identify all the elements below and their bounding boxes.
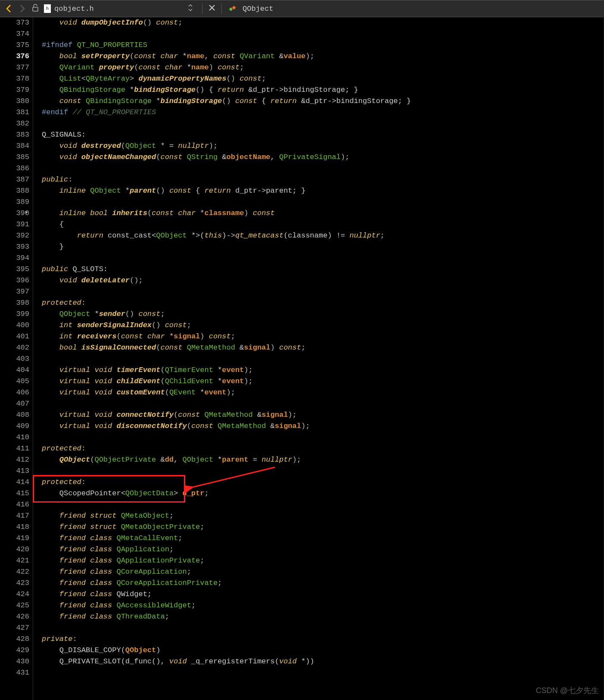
- line-number: 376: [0, 51, 29, 62]
- line-number: 424: [0, 589, 29, 600]
- toolbar: h qobject.h QObject: [0, 0, 604, 17]
- line-number: 406: [0, 387, 29, 398]
- code-line[interactable]: QObject *sender() const;: [42, 309, 411, 320]
- code-line[interactable]: friend class QApplicationPrivate;: [42, 555, 411, 566]
- code-line[interactable]: bool setProperty(const char *name, const…: [42, 51, 411, 62]
- code-line[interactable]: friend struct QMetaObjectPrivate;: [42, 522, 411, 533]
- code-editor[interactable]: 3733743753763773783793803813823833843853…: [0, 17, 604, 700]
- code-line[interactable]: friend class QMetaCallEvent;: [42, 533, 411, 544]
- code-line[interactable]: Q_DISABLE_COPY(QObject): [42, 645, 411, 656]
- code-line[interactable]: [42, 253, 411, 264]
- code-line[interactable]: virtual void customEvent(QEvent *event);: [42, 387, 411, 398]
- dropdown-icon: [188, 4, 193, 13]
- line-number: 391: [0, 219, 29, 230]
- code-line[interactable]: void destroyed(QObject * = nullptr);: [42, 141, 411, 152]
- code-line[interactable]: virtual void timerEvent(QTimerEvent *eve…: [42, 365, 411, 376]
- file-selector[interactable]: h qobject.h: [43, 2, 196, 15]
- code-line[interactable]: [42, 622, 411, 634]
- line-number: 394: [0, 253, 29, 264]
- line-number: 423: [0, 578, 29, 589]
- code-line[interactable]: void deleteLater();: [42, 275, 411, 286]
- nav-forward-button[interactable]: [17, 3, 28, 14]
- code-line[interactable]: virtual void connectNotify(const QMetaMe…: [42, 409, 411, 421]
- line-number: 379: [0, 84, 29, 96]
- chevron-right-icon: [19, 4, 25, 13]
- code-line[interactable]: [42, 118, 411, 129]
- line-number: 373: [0, 17, 29, 28]
- app-window: h qobject.h QObject 37337437537637737837…: [0, 0, 604, 700]
- code-line[interactable]: [42, 163, 411, 174]
- code-line[interactable]: [42, 353, 411, 365]
- header-file-icon: h: [44, 4, 51, 13]
- line-number: 399: [0, 309, 29, 320]
- svg-line-3: [193, 467, 275, 487]
- code-line[interactable]: friend class QAccessibleWidget;: [42, 600, 411, 611]
- code-line[interactable]: [42, 286, 411, 297]
- line-number: 411: [0, 443, 29, 454]
- code-line[interactable]: return const_cast<QObject *>(this)->qt_m…: [42, 230, 411, 241]
- code-line[interactable]: [42, 667, 411, 678]
- code-line[interactable]: #ifndef QT_NO_PROPERTIES: [42, 40, 411, 51]
- code-line[interactable]: int receivers(const char *signal) const;: [42, 331, 411, 342]
- line-number: 421: [0, 555, 29, 566]
- code-line[interactable]: #endif // QT_NO_PROPERTIES: [42, 107, 411, 118]
- code-line[interactable]: QVariant property(const char *name) cons…: [42, 62, 411, 73]
- code-line[interactable]: friend class QCoreApplicationPrivate;: [42, 578, 411, 589]
- code-line[interactable]: bool isSignalConnected(const QMetaMethod…: [42, 342, 411, 353]
- lock-icon[interactable]: [32, 4, 39, 14]
- line-number: 430: [0, 656, 29, 667]
- code-line[interactable]: inline bool inherits(const char *classna…: [42, 208, 411, 219]
- code-line[interactable]: {: [42, 219, 411, 230]
- code-line[interactable]: [42, 432, 411, 443]
- code-line[interactable]: Q_PRIVATE_SLOT(d_func(), void _q_reregis…: [42, 656, 411, 667]
- line-number: 407: [0, 398, 29, 409]
- code-line[interactable]: int senderSignalIndex() const;: [42, 320, 411, 331]
- line-number: 400: [0, 320, 29, 331]
- code-line[interactable]: Q_SIGNALS:: [42, 129, 411, 141]
- code-line[interactable]: [42, 398, 411, 409]
- code-line[interactable]: friend struct QMetaObject;: [42, 510, 411, 522]
- code-line[interactable]: private:: [42, 634, 411, 645]
- code-area[interactable]: void dumpObjectInfo() const;#ifndef QT_N…: [33, 17, 411, 700]
- code-line[interactable]: public Q_SLOTS:: [42, 264, 411, 275]
- code-line[interactable]: QObject(QObjectPrivate &dd, QObject *par…: [42, 454, 411, 466]
- line-number: 414: [0, 477, 29, 488]
- code-line[interactable]: virtual void childEvent(QChildEvent *eve…: [42, 376, 411, 387]
- code-line[interactable]: }: [42, 241, 411, 253]
- code-line[interactable]: void dumpObjectInfo() const;: [42, 17, 411, 28]
- code-line[interactable]: inline QObject *parent() const { return …: [42, 185, 411, 197]
- code-line[interactable]: const QBindingStorage *bindingStorage() …: [42, 96, 411, 107]
- code-line[interactable]: protected:: [42, 443, 411, 454]
- code-line[interactable]: protected:: [42, 297, 411, 309]
- close-button[interactable]: [209, 4, 215, 14]
- svg-rect-1: [229, 7, 233, 11]
- fold-toggle-icon[interactable]: ▼: [25, 210, 28, 215]
- code-line[interactable]: QList<QByteArray> dynamicPropertyNames()…: [42, 73, 411, 84]
- code-line[interactable]: friend class QWidget;: [42, 589, 411, 600]
- line-number: 417: [0, 510, 29, 522]
- highlight-annotation-box: [33, 475, 185, 503]
- code-line[interactable]: friend class QThreadData;: [42, 611, 411, 622]
- code-line[interactable]: [42, 28, 411, 40]
- code-line[interactable]: virtual void disconnectNotify(const QMet…: [42, 421, 411, 432]
- line-number: 398: [0, 297, 29, 309]
- code-line[interactable]: [42, 197, 411, 208]
- line-number: 393: [0, 241, 29, 253]
- line-gutter: 3733743753763773783793803813823833843853…: [0, 17, 33, 700]
- nav-back-button[interactable]: [3, 3, 14, 14]
- line-number: 380: [0, 96, 29, 107]
- symbol-label[interactable]: QObject: [243, 5, 273, 13]
- code-line[interactable]: QBindingStorage *bindingStorage() { retu…: [42, 84, 411, 96]
- code-line[interactable]: friend class QCoreApplication;: [42, 566, 411, 578]
- code-line[interactable]: public:: [42, 174, 411, 185]
- line-number: 408: [0, 409, 29, 421]
- class-icon: [229, 5, 237, 12]
- line-number: 413: [0, 466, 29, 477]
- code-line[interactable]: friend class QApplication;: [42, 544, 411, 555]
- line-number: 404: [0, 365, 29, 376]
- chevron-left-icon: [6, 4, 12, 13]
- line-number: 374: [0, 28, 29, 40]
- line-number: 396: [0, 275, 29, 286]
- line-number: 420: [0, 544, 29, 555]
- code-line[interactable]: void objectNameChanged(const QString &ob…: [42, 152, 411, 163]
